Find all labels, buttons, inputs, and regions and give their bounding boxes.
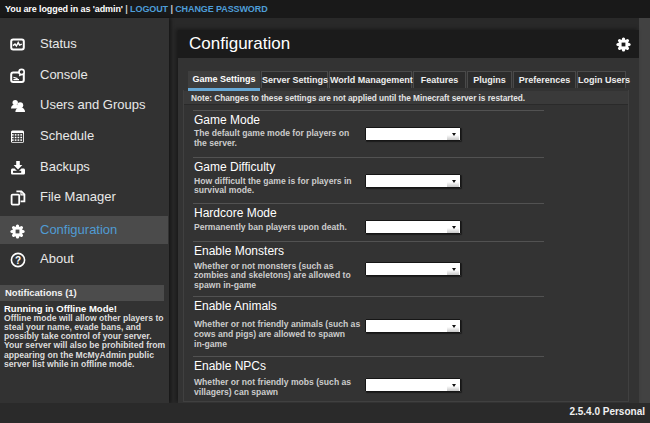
svg-text:?: ? — [15, 254, 21, 265]
